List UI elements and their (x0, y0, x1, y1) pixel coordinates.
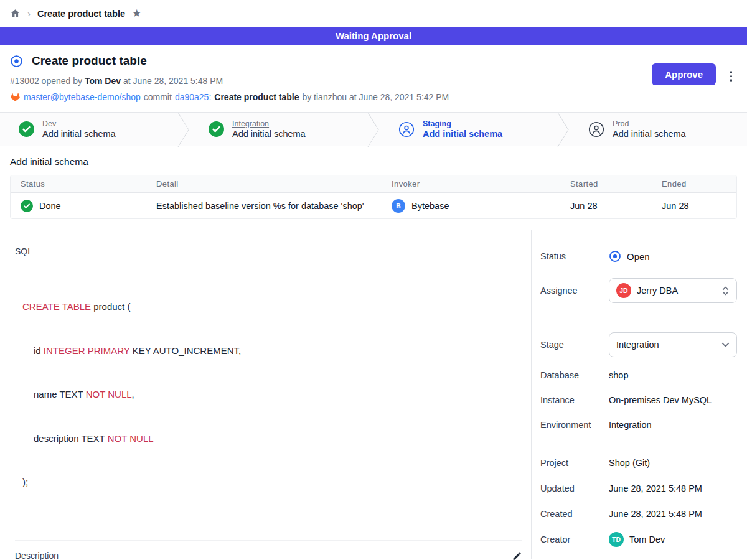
assignee-select[interactable]: JD Jerry DBA (609, 278, 737, 303)
stage-integration[interactable]: Integration Add initial schema (190, 113, 367, 146)
check-circle-icon (19, 121, 34, 137)
task-table: Status Detail Invoker Started Ended Done… (10, 175, 737, 219)
stage-separator (557, 113, 570, 147)
divider (540, 446, 737, 446)
stage-prod[interactable]: Prod Add initial schema (570, 113, 747, 146)
task-ended: Jun 28 (662, 201, 736, 211)
stage-select[interactable]: Integration (609, 332, 737, 357)
status-label: Status (540, 251, 609, 261)
commit-author-time: by tianzhou at June 28, 2021 5:42 PM (302, 92, 449, 102)
issue-open-icon (10, 55, 23, 68)
database-label: Database (540, 370, 609, 380)
creator-value: Tom Dev (629, 534, 665, 544)
issue-author: Tom Dev (85, 76, 121, 86)
status-value: Open (627, 251, 650, 262)
more-actions-menu-icon[interactable] (729, 70, 734, 83)
issue-main-panel: SQL CREATE TABLE product ( id INTEGER PR… (0, 230, 532, 559)
creator-label: Creator (540, 534, 609, 544)
gitlab-icon (10, 92, 21, 102)
stage-env-label: Dev (42, 119, 116, 128)
stage-env-label: Staging (423, 119, 502, 128)
issue-meta: #13002 opened by Tom Dev at June 28, 202… (10, 76, 737, 86)
description-label: Description (15, 551, 59, 560)
stage-dev[interactable]: Dev Add initial schema (0, 113, 177, 146)
commit-info: master@bytebase-demo/shop commit da90a25… (10, 92, 737, 102)
open-status-icon (609, 250, 621, 263)
instance-value[interactable]: On-premises Dev MySQL (609, 395, 712, 405)
updown-chevron-icon (721, 286, 730, 296)
updated-value: June 28, 2021 5:48 PM (609, 483, 702, 493)
stage-task-label: Add initial schema (42, 129, 116, 139)
issue-sidebar: Status Open Assignee JD Jerry DBA Stage (532, 230, 747, 559)
approve-button[interactable]: Approve (652, 63, 716, 85)
stage-separator (367, 113, 380, 147)
divider (540, 324, 737, 324)
updated-label: Updated (540, 483, 609, 493)
invoker-avatar: B (392, 199, 405, 213)
created-value: June 28, 2021 5:48 PM (609, 509, 702, 519)
column-invoker: Invoker (392, 179, 570, 189)
stage-env-label[interactable]: Integration (232, 119, 306, 128)
commit-hash-link[interactable]: da90a25: (175, 92, 211, 102)
task-table-header: Status Detail Invoker Started Ended (11, 175, 736, 193)
project-value[interactable]: Shop (Git) (609, 458, 650, 468)
breadcrumb-chevron-icon: › (27, 8, 31, 19)
stage-label: Stage (540, 340, 609, 350)
task-detail: Established baseline version %s for data… (156, 201, 392, 211)
stage-staging[interactable]: Staging Add initial schema (380, 113, 557, 146)
column-status: Status (21, 179, 156, 189)
sql-code-block[interactable]: CREATE TABLE product ( id INTEGER PRIMAR… (22, 270, 522, 519)
stage-env-label: Prod (613, 119, 686, 128)
environment-label: Environment (540, 420, 609, 430)
page-title: Create product table (32, 54, 147, 68)
environment-value: Integration (609, 420, 652, 430)
assignee-avatar: JD (616, 283, 631, 298)
creator-avatar: TD (609, 532, 624, 547)
issue-id: #13002 opened by (10, 76, 82, 86)
edit-description-pencil-icon[interactable] (512, 551, 522, 560)
task-status: Done (39, 201, 61, 211)
home-icon[interactable] (10, 8, 21, 19)
stage-task-label[interactable]: Add initial schema (232, 129, 306, 139)
stage-value: Integration (616, 340, 716, 350)
created-label: Created (540, 509, 609, 519)
commit-message: Create product table (214, 92, 299, 102)
person-circle-icon (398, 121, 415, 138)
task-section-heading: Add initial schema (10, 156, 737, 167)
favorite-star-icon[interactable]: ★ (132, 8, 141, 19)
chevron-down-icon (721, 342, 730, 348)
sql-label: SQL (15, 246, 522, 256)
database-value[interactable]: shop (609, 370, 628, 380)
task-started: Jun 28 (570, 201, 662, 211)
done-check-icon (21, 200, 33, 212)
commit-branch-link[interactable]: master@bytebase-demo/shop (24, 92, 141, 102)
person-circle-icon (588, 121, 604, 138)
commit-word: commit (144, 92, 172, 102)
pipeline-stage-bar: Dev Add initial schema Integration Add i… (0, 112, 747, 146)
stage-separator (177, 113, 190, 147)
issue-header: Create product table #13002 opened by To… (0, 45, 747, 112)
project-label: Project (540, 458, 609, 468)
breadcrumb: › Create product table ★ (0, 0, 747, 27)
breadcrumb-page-title[interactable]: Create product table (37, 9, 125, 19)
status-banner-label: Waiting Approval (336, 30, 411, 41)
column-started: Started (570, 179, 662, 189)
check-circle-icon (209, 121, 224, 137)
status-banner: Waiting Approval (0, 27, 747, 45)
stage-task-label: Add initial schema (613, 129, 686, 139)
divider (15, 540, 522, 541)
column-detail: Detail (156, 179, 392, 189)
instance-label: Instance (540, 395, 609, 405)
issue-opened-time: at June 28, 2021 5:48 PM (123, 76, 223, 86)
stage-task-label: Add initial schema (423, 129, 502, 139)
assignee-value: Jerry DBA (637, 286, 716, 296)
task-invoker: Bytebase (411, 201, 449, 211)
table-row[interactable]: Done Established baseline version %s for… (11, 193, 736, 218)
assignee-label: Assignee (540, 286, 609, 296)
column-ended: Ended (662, 179, 736, 189)
